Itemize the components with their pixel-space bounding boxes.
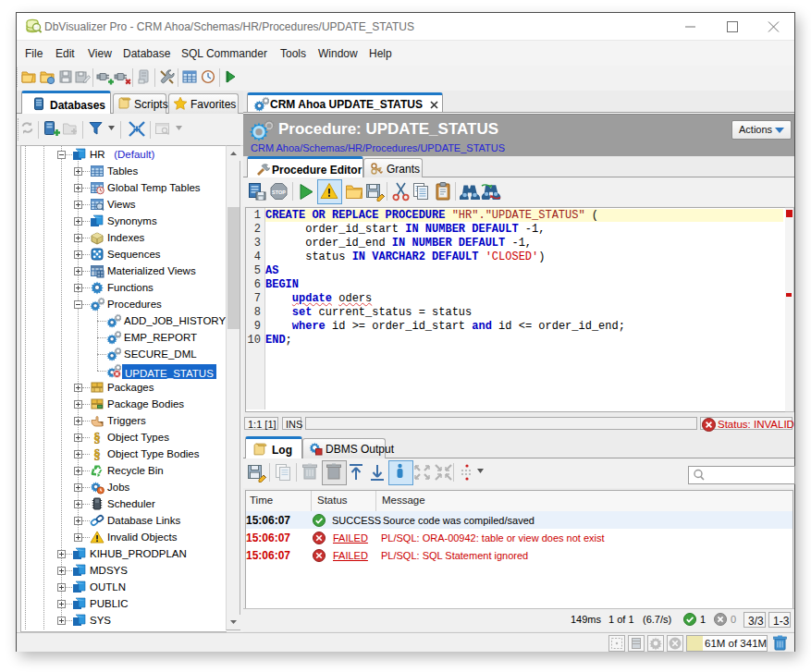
svg-text:STOP: STOP xyxy=(272,189,286,195)
svg-text:§: § xyxy=(93,446,101,461)
svg-text:§: § xyxy=(93,430,101,445)
